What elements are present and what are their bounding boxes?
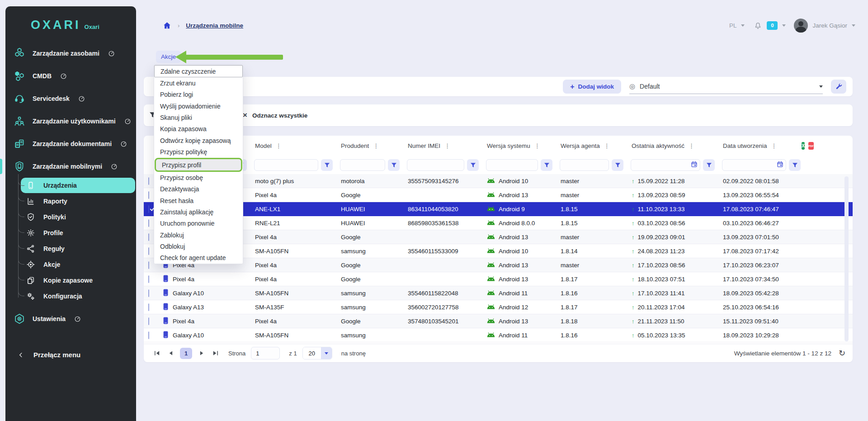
calendar-icon[interactable]	[777, 161, 783, 170]
row-checkbox[interactable]	[148, 331, 149, 339]
filter-button-created[interactable]	[789, 159, 801, 171]
chevron-down-icon[interactable]	[741, 24, 745, 27]
export-excel-icon[interactable]: X	[802, 142, 805, 150]
menu-item-pobierz-logi[interactable]: Pobierz logi	[154, 89, 243, 100]
view-select[interactable]: ◎ Default	[629, 80, 823, 94]
sidebar-item-profile[interactable]: Profile	[21, 225, 136, 241]
menu-item-zainstaluj-aplikację[interactable]: Zainstaluj aplikację	[154, 206, 243, 218]
filter-input-created[interactable]	[722, 159, 786, 171]
menu-item-reset-hasła[interactable]: Reset hasła	[154, 195, 243, 206]
sidebar-item-konfiguracja[interactable]: Konfiguracja	[21, 288, 136, 304]
actions-button[interactable]: Akcje	[156, 51, 181, 63]
avatar[interactable]	[794, 19, 808, 33]
table-row[interactable]: Pixel 4aPixel 4aGoogleAndroid 131.8.17↑1…	[144, 272, 853, 286]
filter-input-agent[interactable]	[560, 159, 609, 171]
page-input[interactable]	[251, 347, 280, 360]
menu-item-zdalne-czyszczenie[interactable]: Zdalne czyszczenie	[154, 65, 243, 77]
row-checkbox[interactable]	[148, 247, 149, 255]
filter-input-model[interactable]	[254, 159, 318, 171]
menu-item-przypisz-politykę[interactable]: Przypisz politykę	[154, 147, 243, 158]
table-row[interactable]: Pixel 4aGoogleAndroid 13master↑13.09.202…	[144, 188, 853, 202]
table-row[interactable]: Pixel 4aPixel 4aGoogle357480103545201And…	[144, 314, 853, 328]
page-size-select[interactable]: 20	[302, 347, 332, 360]
chevron-down-icon[interactable]	[852, 24, 855, 27]
export-pdf-icon[interactable]: PDF	[808, 142, 814, 150]
filter-button-model[interactable]	[321, 159, 333, 171]
column-header-created[interactable]: Data utworzenia⋮	[719, 142, 805, 149]
table-row[interactable]: Galaxy A10SM-A105FNsamsung35546011582204…	[144, 286, 853, 300]
sidebar-item-ustawienia[interactable]: Ustawienia	[5, 307, 136, 330]
sidebar-item-kopie-zapasowe[interactable]: Kopie zapasowe	[21, 272, 136, 288]
table-row[interactable]: SM-A105FNsamsung355460115533009Android 1…	[144, 244, 853, 258]
menu-item-przypisz-profil[interactable]: Przypisz profil	[155, 158, 242, 172]
table-row[interactable]: Pixel 4aPixel 4aGoogleAndroid 13master↑1…	[144, 258, 853, 272]
view-settings-button[interactable]	[831, 80, 846, 94]
collapse-menu-button[interactable]: Przełącz menu	[5, 351, 136, 359]
table-row[interactable]: RNE-L21HUAWEI868598035361538Android 8.0.…	[144, 216, 853, 230]
add-view-button[interactable]: + Dodaj widok	[563, 80, 621, 94]
filter-button-act[interactable]	[703, 159, 715, 171]
home-icon[interactable]	[163, 21, 171, 30]
table-row[interactable]: Pixel 4aGoogleAndroid 13master↑19.09.202…	[144, 230, 853, 244]
row-checkbox[interactable]	[148, 191, 149, 199]
sidebar-item-zarządzanie-użytkownikami[interactable]: Zarządzanie użytkownikami	[5, 110, 136, 132]
row-checkbox[interactable]	[148, 289, 149, 297]
filter-button-sys[interactable]	[541, 159, 552, 171]
breadcrumb-link[interactable]: Urządzenia mobilne	[186, 22, 243, 29]
menu-item-wyślij-powiadomienie[interactable]: Wyślij powiadomienie	[154, 100, 243, 112]
menu-item-zrzut-ekranu[interactable]: Zrzut ekranu	[154, 77, 243, 89]
column-menu-icon[interactable]: ⋮	[276, 142, 282, 149]
menu-item-check-for-agent-update[interactable]: Check for agent update	[154, 252, 243, 264]
column-menu-icon[interactable]: ⋮	[373, 142, 379, 149]
menu-item-przypisz-osobę[interactable]: Przypisz osobę	[154, 172, 243, 183]
row-checkbox[interactable]	[148, 275, 149, 283]
sidebar-item-raporty[interactable]: Raporty	[21, 193, 136, 209]
chevron-down-icon[interactable]	[782, 24, 786, 27]
column-header-prod[interactable]: Produdent⋮	[337, 142, 404, 149]
sidebar-item-zarzadzanie-mobilnymi[interactable]: Zarządzanie mobilnymi	[5, 155, 136, 178]
menu-item-skanuj-pliki[interactable]: Skanuj pliki	[154, 112, 243, 123]
filter-input-prod[interactable]	[340, 159, 385, 171]
column-menu-icon[interactable]: ⋮	[444, 142, 450, 149]
sidebar-item-akcje[interactable]: Akcje	[21, 256, 136, 272]
column-menu-icon[interactable]: ⋮	[689, 142, 694, 149]
table-row[interactable]: Galaxy A13SM-A135Fsamsung356002720127758…	[144, 300, 853, 314]
sidebar-item-zarządzanie-zasobami[interactable]: Zarządzanie zasobami	[5, 42, 136, 65]
sidebar-item-zarządzanie-dokumentami[interactable]: Zarządzanie dokumentami	[5, 132, 136, 155]
sidebar-item-polityki[interactable]: Polityki	[21, 209, 136, 225]
next-page-button[interactable]	[198, 350, 206, 357]
filter-button-agent[interactable]	[612, 159, 623, 171]
row-checkbox[interactable]	[148, 219, 149, 227]
column-header-model[interactable]: Model⋮	[251, 142, 337, 149]
filter-button-imei[interactable]	[467, 159, 479, 171]
notification-badge[interactable]: 0	[767, 21, 778, 30]
column-menu-icon[interactable]: ⋮	[771, 142, 777, 149]
sidebar-item-reguły[interactable]: Reguły	[21, 241, 136, 256]
filter-input-imei[interactable]	[407, 159, 464, 171]
filter-button-prod[interactable]	[388, 159, 400, 171]
column-header-act[interactable]: Ostatnia aktywność⋮	[628, 142, 719, 149]
deselect-all-button[interactable]: × Odznacz wszystkie	[243, 104, 307, 126]
sidebar-item-cmdb[interactable]: CMDB	[5, 65, 136, 87]
page-number-button[interactable]: 1	[180, 348, 192, 359]
refresh-icon[interactable]: ↻	[839, 349, 845, 357]
menu-item-kopia-zapasowa[interactable]: Kopia zapasowa	[154, 123, 243, 135]
menu-item-zablokuj[interactable]: Zablokuj	[154, 229, 243, 241]
filter-input-act[interactable]	[631, 159, 700, 171]
last-page-button[interactable]	[211, 350, 219, 357]
table-row[interactable]: ANE-LX1HUAWEI863411044053820Android 91.8…	[144, 202, 853, 216]
menu-item-odtwórz-kopię-zapasową[interactable]: Odtwórz kopię zapasową	[154, 135, 243, 146]
sidebar-item-urządzenia[interactable]: Urządzenia	[21, 178, 135, 193]
menu-item-dezaktywacja[interactable]: Dezaktywacja	[154, 184, 243, 195]
column-header-imei[interactable]: Numer IMEI⋮	[404, 142, 483, 149]
row-checkbox[interactable]	[148, 317, 149, 325]
previous-page-button[interactable]	[166, 350, 175, 357]
sidebar-item-servicedesk[interactable]: Servicedesk	[5, 87, 136, 110]
column-menu-icon[interactable]: ⋮	[604, 142, 610, 149]
table-row[interactable]: Galaxy A10SM-A105FNsamsungAndroid 111.8.…	[144, 328, 853, 342]
menu-item-uruchom-ponownie[interactable]: Uruchom ponownie	[154, 218, 243, 229]
language-label[interactable]: PL	[729, 22, 737, 29]
row-checkbox[interactable]	[148, 205, 149, 213]
filter-input-sys[interactable]	[486, 159, 538, 171]
calendar-icon[interactable]	[691, 161, 698, 170]
